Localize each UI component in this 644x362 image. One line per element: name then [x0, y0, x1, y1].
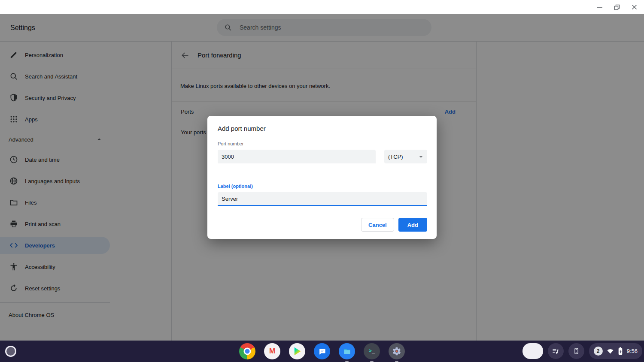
files-app-icon[interactable] [339, 343, 355, 359]
restore-icon [614, 4, 620, 10]
close-button[interactable] [629, 2, 640, 13]
chevron-down-icon [419, 154, 423, 159]
shelf-apps: M >_ [239, 343, 405, 359]
wifi-icon [607, 347, 614, 355]
files-logo-icon [339, 343, 355, 359]
media-controls-button[interactable] [548, 343, 564, 359]
running-indicator [345, 361, 349, 362]
gear-icon [389, 343, 405, 359]
label-input[interactable] [218, 192, 427, 206]
messages-logo-icon [314, 343, 330, 359]
protocol-dropdown[interactable]: (TCP) [384, 150, 427, 163]
cancel-button[interactable]: Cancel [361, 218, 394, 232]
dialog-buttons: Cancel Add [218, 218, 427, 232]
running-indicator [395, 361, 398, 362]
window-controls [594, 0, 640, 14]
messages-app-icon[interactable] [314, 343, 330, 359]
minimize-icon [597, 4, 603, 10]
dialog-title: Add port number [218, 125, 427, 132]
close-icon [632, 4, 637, 10]
launcher-button[interactable] [5, 346, 16, 357]
notification-count-badge: 2 [594, 347, 603, 356]
protocol-value: (TCP) [388, 154, 403, 160]
label-optional-label: Label (optional) [218, 184, 427, 189]
gmail-logo-icon: M [264, 343, 280, 359]
shelf: M >_ [0, 341, 644, 362]
play-store-logo-icon [289, 343, 305, 359]
chromeos-screen: Settings Personalization Search and Assi… [0, 0, 644, 362]
phone-icon [573, 347, 580, 355]
port-number-input[interactable] [218, 150, 376, 163]
status-tray[interactable]: 2 9:56 [589, 343, 642, 359]
settings-app-icon[interactable] [389, 343, 405, 359]
chrome-app-icon[interactable] [239, 343, 255, 359]
port-number-label: Port number [218, 141, 427, 146]
running-indicator [370, 361, 374, 362]
system-tray: 2 9:56 [522, 343, 642, 359]
queue-music-icon [552, 347, 559, 355]
minimize-button[interactable] [594, 2, 605, 13]
play-store-app-icon[interactable] [289, 343, 305, 359]
clock: 9:56 [627, 348, 638, 354]
chrome-logo-icon [239, 343, 255, 359]
gmail-app-icon[interactable]: M [264, 343, 280, 359]
terminal-logo-icon: >_ [364, 343, 380, 359]
dialog-add-button[interactable]: Add [398, 218, 427, 232]
battery-charging-icon [618, 347, 623, 355]
window-titlebar [0, 0, 644, 14]
restore-button[interactable] [611, 2, 623, 13]
status-indicator-pill[interactable] [522, 343, 543, 359]
add-port-dialog: Add port number Port number (TCP) Label … [207, 116, 437, 239]
phone-hub-button[interactable] [568, 343, 584, 359]
terminal-app-icon[interactable]: >_ [364, 343, 380, 359]
